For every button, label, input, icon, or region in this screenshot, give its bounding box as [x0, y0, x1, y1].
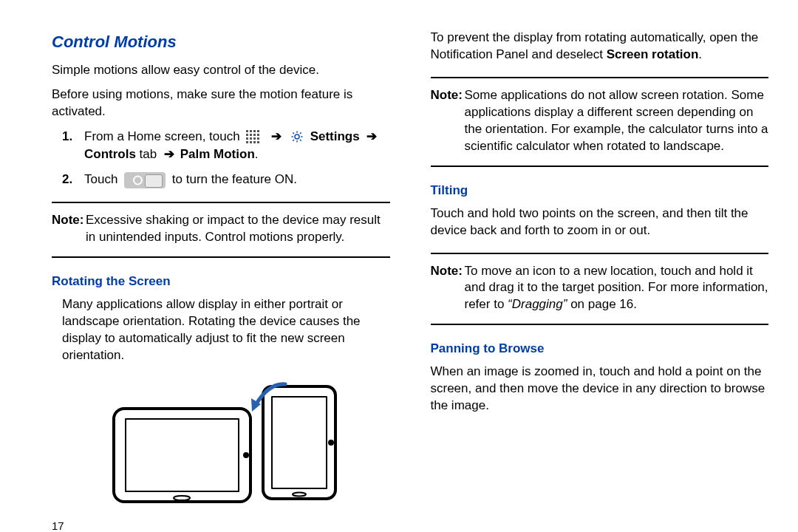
step-1-settings: Settings	[310, 129, 364, 143]
svg-rect-22	[272, 397, 327, 488]
svg-rect-5	[250, 134, 252, 136]
svg-rect-13	[250, 141, 252, 143]
svg-point-20	[245, 454, 248, 457]
divider	[431, 253, 769, 254]
note-1-text: Excessive shaking or impact to the devic…	[86, 213, 381, 244]
note-3-label: Note:	[431, 263, 463, 280]
svg-point-19	[174, 496, 190, 500]
svg-point-16	[295, 134, 299, 139]
svg-rect-1	[250, 130, 252, 132]
heading-panning: Panning to Browse	[431, 341, 769, 356]
svg-rect-7	[257, 134, 259, 136]
svg-rect-18	[126, 419, 239, 491]
divider	[431, 324, 769, 325]
note-1: Note: Excessive shaking or impact to the…	[52, 212, 390, 246]
arrow-icon-3: ➔	[164, 146, 174, 163]
step-2-text-b: to turn the feature ON.	[172, 172, 297, 186]
svg-rect-8	[246, 137, 248, 140]
heading-control-motions: Control Motions	[52, 33, 390, 52]
rotation-illustration	[99, 381, 343, 506]
svg-rect-9	[250, 137, 252, 140]
right-top-a: To prevent the display from rotating aut…	[431, 30, 759, 61]
step-2: 2. Touch to turn the feature ON.	[52, 171, 390, 188]
para-panning: When an image is zoomed in, touch and ho…	[431, 364, 769, 415]
arrow-icon: ➔	[271, 128, 282, 146]
heading-tilting: Tilting	[431, 183, 769, 198]
para-intro1: Simple motions allow easy control of the…	[52, 62, 390, 79]
svg-rect-10	[253, 137, 256, 140]
para-rotating: Many applications allow display in eithe…	[62, 296, 390, 364]
step-1-palm: Palm Motion	[177, 147, 255, 161]
svg-rect-17	[114, 409, 250, 502]
apps-grid-icon	[246, 130, 261, 143]
note-3-ref: “Dragging”	[508, 297, 567, 311]
note-2: Note: Some applications do not allow scr…	[431, 87, 769, 155]
para-tilting: Touch and hold two points on the screen,…	[431, 205, 769, 239]
svg-rect-6	[253, 134, 256, 136]
note-3: Note: To move an icon to a new location,…	[431, 263, 769, 314]
note-2-text: Some applications do not allow screen ro…	[465, 88, 768, 153]
divider	[431, 77, 769, 78]
step-1-tab: tab	[136, 147, 160, 161]
step-1-text-a: From a Home screen, touch	[84, 129, 243, 143]
svg-rect-12	[246, 141, 248, 143]
note-1-label: Note:	[52, 212, 83, 229]
divider	[52, 256, 390, 258]
step-1: 1. From a Home screen, touch ➔	[52, 128, 390, 163]
svg-rect-4	[246, 134, 248, 136]
para-intro2: Before using motions, make sure the moti…	[52, 86, 390, 120]
divider	[52, 202, 390, 203]
para-right-top: To prevent the display from rotating aut…	[431, 30, 769, 64]
svg-rect-11	[257, 137, 259, 140]
svg-rect-21	[263, 386, 335, 499]
svg-point-23	[293, 492, 306, 496]
settings-gear-icon	[290, 130, 304, 143]
svg-rect-0	[246, 130, 248, 132]
note-3-text-c: on page 16.	[567, 297, 637, 311]
step-1-num: 1.	[62, 128, 72, 146]
right-top-b: Screen rotation	[607, 47, 699, 61]
step-2-text-a: Touch	[84, 172, 121, 186]
svg-rect-14	[253, 141, 256, 143]
svg-rect-2	[253, 130, 256, 132]
note-2-label: Note:	[431, 87, 463, 104]
svg-rect-3	[257, 130, 259, 132]
page-number: 17	[52, 506, 390, 532]
step-2-num: 2.	[62, 171, 72, 188]
step-1-controls: Controls	[84, 147, 136, 161]
svg-rect-15	[257, 141, 259, 143]
divider	[431, 166, 769, 167]
svg-point-24	[330, 441, 332, 444]
heading-rotating: Rotating the Screen	[52, 274, 390, 289]
arrow-icon-2: ➔	[366, 128, 377, 146]
right-top-c: .	[698, 47, 702, 61]
toggle-off-icon	[124, 172, 166, 188]
